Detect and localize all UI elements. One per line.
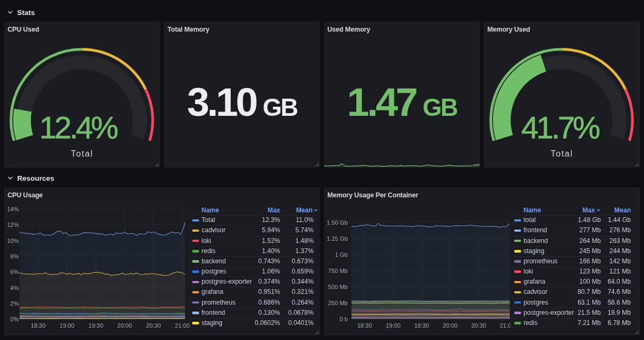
- svg-text:1 Gb: 1 Gb: [335, 252, 348, 258]
- svg-text:750 Mb: 750 Mb: [328, 268, 348, 274]
- svg-text:20:30: 20:30: [471, 322, 486, 329]
- svg-text:1.25 Gb: 1.25 Gb: [327, 235, 348, 242]
- svg-text:250 Mb: 250 Mb: [328, 300, 348, 306]
- svg-text:4%: 4%: [10, 285, 19, 291]
- svg-text:12%: 12%: [7, 221, 19, 228]
- svg-text:1.50 Gb: 1.50 Gb: [327, 219, 348, 226]
- svg-text:19:30: 19:30: [414, 322, 429, 329]
- svg-text:10%: 10%: [7, 238, 19, 244]
- svg-text:0%: 0%: [10, 316, 19, 322]
- svg-text:20:30: 20:30: [146, 322, 161, 329]
- svg-text:20:00: 20:00: [443, 322, 458, 329]
- svg-text:500 Mb: 500 Mb: [328, 284, 348, 290]
- svg-text:21:00: 21:00: [500, 322, 515, 329]
- svg-text:18:30: 18:30: [357, 322, 372, 329]
- svg-text:2%: 2%: [10, 300, 19, 307]
- svg-text:21:00: 21:00: [175, 322, 190, 329]
- svg-text:8%: 8%: [10, 253, 19, 260]
- svg-text:6%: 6%: [10, 269, 19, 275]
- svg-text:18:30: 18:30: [31, 322, 46, 329]
- svg-text:19:30: 19:30: [89, 322, 104, 329]
- svg-text:19:00: 19:00: [60, 322, 75, 329]
- svg-text:14%: 14%: [7, 206, 19, 212]
- svg-text:0 b: 0 b: [340, 316, 348, 322]
- svg-text:19:00: 19:00: [386, 322, 401, 329]
- svg-text:20:00: 20:00: [118, 322, 133, 329]
